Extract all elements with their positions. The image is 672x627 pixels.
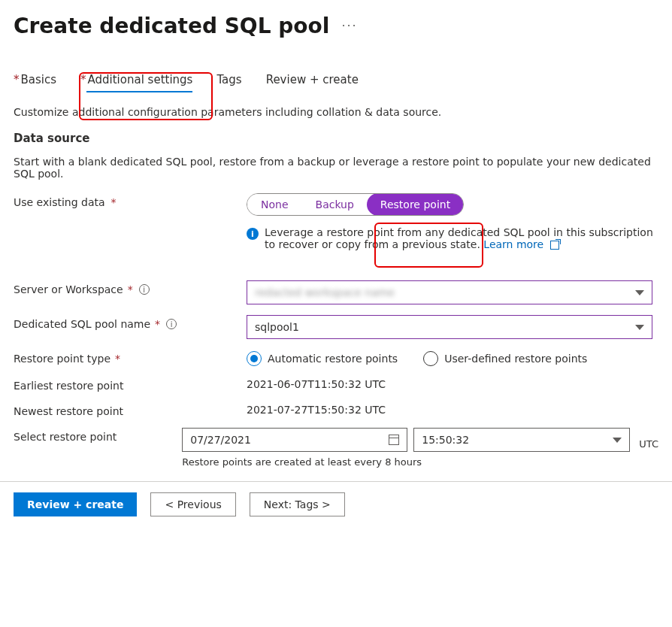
page-title: Create dedicated SQL pool: [14, 14, 329, 38]
info-text: Leverage a restore point from any dedica…: [265, 226, 658, 250]
segmented-option-none[interactable]: None: [247, 194, 302, 215]
chevron-down-icon: [635, 290, 644, 295]
label-use-existing-data: Use existing data*: [14, 193, 247, 208]
external-link-icon: [550, 241, 559, 250]
value-newest-restore-point: 2021-07-27T15:50:32 UTC: [247, 402, 658, 416]
label-select-restore-point: Select restore point: [14, 428, 182, 443]
segmented-use-existing-data: None Backup Restore point: [247, 193, 464, 216]
radio-user-defined-restore-points[interactable]: User-defined restore points: [423, 351, 587, 366]
restore-point-date-value: 07/27/2021: [190, 434, 251, 446]
radio-icon: [247, 351, 262, 366]
restore-point-time-select[interactable]: 15:50:32: [413, 428, 630, 452]
label-earliest-restore-point: Earliest restore point: [14, 377, 247, 392]
tab-basics[interactable]: *Basics: [14, 68, 56, 91]
radio-icon: [423, 351, 438, 366]
learn-more-link[interactable]: Learn more: [483, 238, 558, 250]
help-icon[interactable]: i: [139, 284, 150, 295]
tab-tags[interactable]: Tags: [216, 68, 241, 91]
tab-review-create[interactable]: Review + create: [266, 68, 359, 91]
intro-text: Customize additional configuration param…: [14, 106, 658, 118]
next-button[interactable]: Next: Tags >: [250, 492, 345, 516]
tab-additional-settings[interactable]: *Additional settings: [80, 68, 192, 91]
wizard-footer: Review + create < Previous Next: Tags >: [0, 482, 672, 530]
restore-point-note: Restore points are created at least ever…: [182, 456, 658, 468]
review-create-button[interactable]: Review + create: [14, 492, 137, 516]
section-heading-data-source: Data source: [14, 132, 658, 145]
server-or-workspace-value: redacted workspace name: [255, 286, 395, 298]
tab-bar: *Basics *Additional settings Tags Review…: [14, 68, 658, 91]
restore-point-type-radio-group: Automatic restore points User-defined re…: [247, 350, 658, 366]
pool-name-value: sqlpool1: [255, 321, 299, 333]
pool-name-select[interactable]: sqlpool1: [247, 315, 652, 339]
chevron-down-icon: [635, 325, 644, 330]
calendar-icon: [389, 435, 399, 445]
server-or-workspace-select[interactable]: redacted workspace name: [247, 280, 652, 304]
help-icon[interactable]: i: [166, 319, 177, 329]
utc-label: UTC: [639, 431, 658, 450]
radio-automatic-restore-points[interactable]: Automatic restore points: [247, 351, 398, 366]
label-pool-name: Dedicated SQL pool name* i: [14, 315, 247, 330]
info-icon: i: [247, 228, 259, 240]
restore-point-date-input[interactable]: 07/27/2021: [182, 428, 407, 452]
previous-button[interactable]: < Previous: [150, 492, 235, 516]
label-server-or-workspace: Server or Workspace* i: [14, 280, 247, 295]
label-newest-restore-point: Newest restore point: [14, 402, 247, 417]
label-restore-point-type: Restore point type*: [14, 350, 247, 365]
chevron-down-icon: [613, 438, 622, 443]
segmented-option-backup[interactable]: Backup: [302, 194, 368, 215]
more-actions-icon[interactable]: ···: [341, 19, 357, 33]
restore-point-time-value: 15:50:32: [422, 434, 469, 446]
value-earliest-restore-point: 2021-06-07T11:50:32 UTC: [247, 377, 658, 390]
data-source-description: Start with a blank dedicated SQL pool, r…: [14, 156, 658, 180]
segmented-option-restore-point[interactable]: Restore point: [367, 193, 464, 216]
